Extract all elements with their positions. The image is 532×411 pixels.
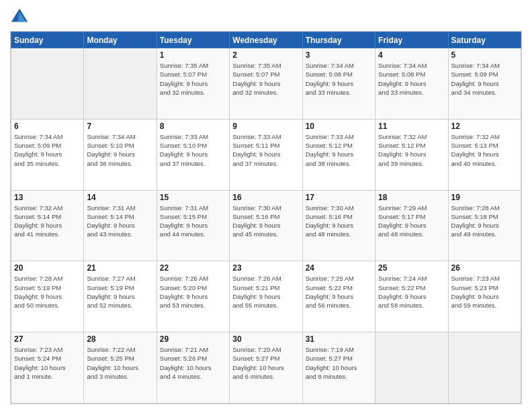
day-info: Sunrise: 7:29 AM Sunset: 5:17 PM Dayligh… bbox=[378, 203, 445, 239]
weekday-header-cell: Friday bbox=[375, 32, 448, 48]
calendar-cell: 10Sunrise: 7:33 AM Sunset: 5:12 PM Dayli… bbox=[302, 119, 375, 190]
calendar-week-row: 6Sunrise: 7:34 AM Sunset: 5:09 PM Daylig… bbox=[11, 119, 521, 190]
calendar-cell: 15Sunrise: 7:31 AM Sunset: 5:15 PM Dayli… bbox=[157, 190, 229, 261]
day-info: Sunrise: 7:26 AM Sunset: 5:21 PM Dayligh… bbox=[232, 274, 299, 310]
day-info: Sunrise: 7:25 AM Sunset: 5:22 PM Dayligh… bbox=[306, 274, 372, 310]
weekday-header-cell: Saturday bbox=[448, 32, 521, 48]
weekday-header-cell: Wednesday bbox=[230, 32, 302, 48]
calendar-cell: 19Sunrise: 7:28 AM Sunset: 5:18 PM Dayli… bbox=[448, 190, 521, 261]
day-number: 13 bbox=[14, 193, 81, 202]
calendar-cell bbox=[448, 332, 521, 404]
day-info: Sunrise: 7:34 AM Sunset: 5:08 PM Dayligh… bbox=[378, 61, 445, 97]
calendar-cell: 29Sunrise: 7:21 AM Sunset: 5:26 PM Dayli… bbox=[157, 332, 229, 404]
day-number: 29 bbox=[160, 334, 226, 344]
calendar-cell: 20Sunrise: 7:28 AM Sunset: 5:19 PM Dayli… bbox=[11, 261, 84, 332]
day-number: 12 bbox=[451, 122, 518, 131]
day-number: 27 bbox=[14, 334, 81, 344]
calendar-week-row: 13Sunrise: 7:32 AM Sunset: 5:14 PM Dayli… bbox=[11, 190, 521, 261]
day-info: Sunrise: 7:33 AM Sunset: 5:11 PM Dayligh… bbox=[232, 132, 299, 168]
calendar-cell bbox=[11, 48, 84, 120]
calendar-cell bbox=[375, 332, 448, 404]
day-number: 25 bbox=[378, 263, 445, 273]
calendar-cell: 12Sunrise: 7:32 AM Sunset: 5:13 PM Dayli… bbox=[448, 119, 521, 190]
day-info: Sunrise: 7:31 AM Sunset: 5:15 PM Dayligh… bbox=[160, 203, 226, 239]
day-number: 6 bbox=[14, 122, 81, 131]
day-number: 31 bbox=[306, 334, 372, 344]
calendar-cell: 28Sunrise: 7:22 AM Sunset: 5:25 PM Dayli… bbox=[84, 332, 157, 404]
weekday-header-cell: Sunday bbox=[11, 32, 84, 48]
day-number: 7 bbox=[87, 122, 153, 131]
calendar-week-row: 27Sunrise: 7:23 AM Sunset: 5:24 PM Dayli… bbox=[11, 332, 521, 404]
day-number: 18 bbox=[378, 193, 445, 202]
calendar-cell: 9Sunrise: 7:33 AM Sunset: 5:11 PM Daylig… bbox=[230, 119, 302, 190]
page: SundayMondayTuesdayWednesdayThursdayFrid… bbox=[0, 0, 532, 411]
day-number: 9 bbox=[232, 122, 299, 131]
day-info: Sunrise: 7:20 AM Sunset: 5:27 PM Dayligh… bbox=[232, 345, 299, 381]
day-info: Sunrise: 7:31 AM Sunset: 5:14 PM Dayligh… bbox=[87, 203, 153, 239]
day-number: 22 bbox=[160, 263, 226, 273]
day-number: 28 bbox=[87, 334, 153, 344]
calendar-cell: 23Sunrise: 7:26 AM Sunset: 5:21 PM Dayli… bbox=[230, 261, 302, 332]
day-number: 4 bbox=[378, 50, 445, 60]
calendar-week-row: 1Sunrise: 7:35 AM Sunset: 5:07 PM Daylig… bbox=[11, 48, 521, 120]
day-info: Sunrise: 7:34 AM Sunset: 5:08 PM Dayligh… bbox=[306, 61, 372, 97]
day-number: 5 bbox=[451, 50, 518, 60]
calendar-cell bbox=[84, 48, 157, 120]
calendar-cell: 7Sunrise: 7:34 AM Sunset: 5:10 PM Daylig… bbox=[84, 119, 157, 190]
calendar-body: 1Sunrise: 7:35 AM Sunset: 5:07 PM Daylig… bbox=[11, 48, 521, 404]
day-info: Sunrise: 7:33 AM Sunset: 5:10 PM Dayligh… bbox=[160, 132, 226, 168]
day-info: Sunrise: 7:35 AM Sunset: 5:07 PM Dayligh… bbox=[160, 61, 226, 97]
day-info: Sunrise: 7:34 AM Sunset: 5:09 PM Dayligh… bbox=[14, 132, 81, 168]
day-info: Sunrise: 7:32 AM Sunset: 5:12 PM Dayligh… bbox=[378, 132, 445, 168]
calendar-cell: 5Sunrise: 7:34 AM Sunset: 5:09 PM Daylig… bbox=[448, 48, 521, 120]
day-number: 11 bbox=[378, 122, 445, 131]
day-number: 10 bbox=[306, 122, 372, 131]
calendar-cell: 30Sunrise: 7:20 AM Sunset: 5:27 PM Dayli… bbox=[230, 332, 302, 404]
calendar-cell: 27Sunrise: 7:23 AM Sunset: 5:24 PM Dayli… bbox=[11, 332, 84, 404]
day-info: Sunrise: 7:28 AM Sunset: 5:19 PM Dayligh… bbox=[14, 274, 81, 310]
calendar-cell: 21Sunrise: 7:27 AM Sunset: 5:19 PM Dayli… bbox=[84, 261, 157, 332]
calendar-cell: 31Sunrise: 7:19 AM Sunset: 5:27 PM Dayli… bbox=[302, 332, 375, 404]
day-info: Sunrise: 7:32 AM Sunset: 5:13 PM Dayligh… bbox=[451, 132, 518, 168]
day-info: Sunrise: 7:23 AM Sunset: 5:23 PM Dayligh… bbox=[451, 274, 518, 310]
day-number: 3 bbox=[306, 50, 372, 60]
day-info: Sunrise: 7:30 AM Sunset: 5:16 PM Dayligh… bbox=[232, 203, 299, 239]
calendar-cell: 8Sunrise: 7:33 AM Sunset: 5:10 PM Daylig… bbox=[157, 119, 229, 190]
calendar-cell: 24Sunrise: 7:25 AM Sunset: 5:22 PM Dayli… bbox=[302, 261, 375, 332]
day-info: Sunrise: 7:34 AM Sunset: 5:09 PM Dayligh… bbox=[451, 61, 518, 97]
calendar-cell: 25Sunrise: 7:24 AM Sunset: 5:22 PM Dayli… bbox=[375, 261, 448, 332]
calendar-cell: 2Sunrise: 7:35 AM Sunset: 5:07 PM Daylig… bbox=[230, 48, 302, 120]
day-number: 30 bbox=[232, 334, 299, 344]
day-info: Sunrise: 7:27 AM Sunset: 5:19 PM Dayligh… bbox=[87, 274, 153, 310]
day-number: 8 bbox=[160, 122, 226, 131]
day-info: Sunrise: 7:26 AM Sunset: 5:20 PM Dayligh… bbox=[160, 274, 226, 310]
day-info: Sunrise: 7:32 AM Sunset: 5:14 PM Dayligh… bbox=[14, 203, 81, 239]
calendar-cell: 13Sunrise: 7:32 AM Sunset: 5:14 PM Dayli… bbox=[11, 190, 84, 261]
day-info: Sunrise: 7:23 AM Sunset: 5:24 PM Dayligh… bbox=[14, 345, 81, 381]
weekday-header-cell: Tuesday bbox=[157, 32, 229, 48]
day-number: 24 bbox=[306, 263, 372, 273]
calendar-cell: 1Sunrise: 7:35 AM Sunset: 5:07 PM Daylig… bbox=[157, 48, 229, 120]
day-info: Sunrise: 7:35 AM Sunset: 5:07 PM Dayligh… bbox=[232, 61, 299, 97]
calendar-cell: 16Sunrise: 7:30 AM Sunset: 5:16 PM Dayli… bbox=[230, 190, 302, 261]
day-number: 14 bbox=[87, 193, 153, 202]
day-number: 16 bbox=[232, 193, 299, 202]
day-info: Sunrise: 7:21 AM Sunset: 5:26 PM Dayligh… bbox=[160, 345, 226, 381]
day-info: Sunrise: 7:28 AM Sunset: 5:18 PM Dayligh… bbox=[451, 203, 518, 239]
day-info: Sunrise: 7:33 AM Sunset: 5:12 PM Dayligh… bbox=[306, 132, 372, 168]
header bbox=[10, 7, 522, 26]
calendar-cell: 4Sunrise: 7:34 AM Sunset: 5:08 PM Daylig… bbox=[375, 48, 448, 120]
weekday-header-cell: Thursday bbox=[302, 32, 375, 48]
day-info: Sunrise: 7:22 AM Sunset: 5:25 PM Dayligh… bbox=[87, 345, 153, 381]
calendar-cell: 22Sunrise: 7:26 AM Sunset: 5:20 PM Dayli… bbox=[157, 261, 229, 332]
calendar-cell: 18Sunrise: 7:29 AM Sunset: 5:17 PM Dayli… bbox=[375, 190, 448, 261]
calendar-cell: 3Sunrise: 7:34 AM Sunset: 5:08 PM Daylig… bbox=[302, 48, 375, 120]
day-info: Sunrise: 7:24 AM Sunset: 5:22 PM Dayligh… bbox=[378, 274, 445, 310]
weekday-header-row: SundayMondayTuesdayWednesdayThursdayFrid… bbox=[11, 32, 521, 48]
weekday-header-cell: Monday bbox=[84, 32, 157, 48]
day-number: 2 bbox=[232, 50, 299, 60]
calendar-cell: 6Sunrise: 7:34 AM Sunset: 5:09 PM Daylig… bbox=[11, 119, 84, 190]
logo-icon bbox=[10, 7, 29, 26]
calendar-cell: 14Sunrise: 7:31 AM Sunset: 5:14 PM Dayli… bbox=[84, 190, 157, 261]
day-number: 1 bbox=[160, 50, 226, 60]
